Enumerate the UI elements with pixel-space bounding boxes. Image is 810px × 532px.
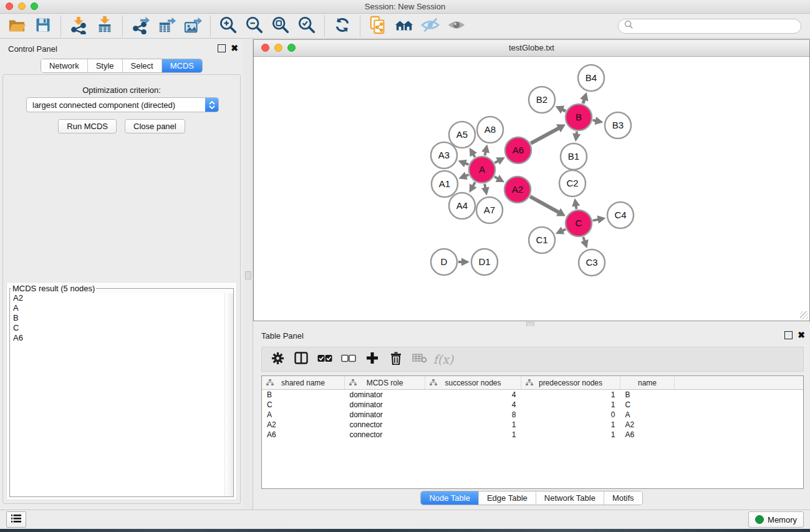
table-row[interactable]: Bdominator41B [262, 390, 803, 400]
new-network-from-selection-button[interactable] [365, 16, 391, 37]
search-input[interactable] [637, 21, 795, 31]
edge-B-B4[interactable] [583, 99, 584, 104]
maximize-window-button[interactable] [31, 2, 38, 10]
network-maximize-button[interactable] [287, 44, 296, 52]
tab-style[interactable]: Style [87, 59, 122, 72]
close-window-button[interactable] [6, 2, 13, 10]
import-table-button[interactable] [92, 16, 118, 37]
function-builder-button[interactable]: f(x) [432, 349, 455, 369]
split-handle[interactable] [245, 271, 251, 279]
table-cell[interactable]: 1 [521, 420, 620, 430]
table-cell[interactable]: 0 [521, 410, 620, 420]
result-scrollbar[interactable] [224, 293, 233, 496]
import-network-button[interactable] [65, 16, 92, 37]
column-header-name[interactable]: name [620, 376, 675, 390]
show-all-button[interactable] [443, 16, 470, 37]
zoom-fit-button[interactable] [268, 16, 294, 37]
save-session-button[interactable] [30, 16, 56, 37]
deselect-all-button[interactable] [337, 349, 360, 369]
delete-columns-button[interactable] [384, 349, 408, 369]
close-panel-icon[interactable]: ✖ [231, 45, 238, 52]
select-all-button[interactable] [313, 349, 337, 369]
table-cell[interactable]: 1 [425, 430, 521, 440]
edge-C-C4[interactable] [593, 220, 599, 221]
add-column-button[interactable] [360, 349, 384, 369]
task-history-button[interactable] [6, 511, 26, 528]
hide-selected-button[interactable] [417, 16, 443, 37]
edge-C-C3[interactable] [583, 237, 584, 241]
table-cell[interactable]: 4 [425, 400, 521, 410]
table-cell[interactable]: connector [345, 430, 425, 440]
zoom-out-button[interactable] [241, 16, 268, 37]
table-row[interactable]: A6connector11A6 [262, 430, 803, 440]
table-cell[interactable]: dominator [345, 410, 425, 420]
table-cell[interactable]: A6 [620, 430, 675, 440]
table-row[interactable]: Cdominator41C [262, 400, 803, 410]
table-cell[interactable]: 8 [425, 410, 521, 420]
float-panel-icon[interactable] [784, 331, 793, 339]
table-cell[interactable]: A6 [262, 430, 345, 440]
resize-grip-icon[interactable] [800, 311, 808, 319]
run-mcds-button[interactable]: Run MCDS [58, 119, 117, 133]
first-neighbors-button[interactable] [391, 16, 417, 37]
table-cell[interactable]: connector [345, 420, 425, 430]
column-visibility-button[interactable] [289, 349, 313, 369]
table-cell[interactable]: 1 [521, 430, 620, 440]
refresh-button[interactable] [329, 16, 355, 37]
search-field[interactable] [618, 19, 801, 34]
tab-network[interactable]: Network [41, 59, 87, 72]
tab-motifs[interactable]: Motifs [604, 491, 642, 505]
result-item[interactable]: A [11, 303, 233, 313]
edge-A-A6[interactable] [494, 161, 498, 163]
criterion-dropdown[interactable]: largest connected component (directed) [26, 97, 219, 112]
table-cell[interactable]: A2 [620, 420, 675, 430]
edge-A-A7[interactable] [485, 184, 485, 188]
open-file-button[interactable] [4, 16, 30, 37]
zoom-selected-button[interactable] [294, 16, 320, 37]
edge-A6-B[interactable] [531, 128, 559, 143]
column-header-MCDS-role[interactable]: MCDS role [345, 376, 425, 390]
network-minimize-button[interactable] [274, 44, 282, 52]
horizontal-split-divider[interactable] [253, 321, 810, 326]
result-item[interactable]: C [11, 323, 233, 333]
close-panel-icon[interactable]: ✖ [798, 332, 805, 339]
table-cell[interactable]: dominator [345, 390, 425, 400]
tab-edge-table[interactable]: Edge Table [478, 491, 536, 505]
table-row[interactable]: A2connector11A2 [262, 420, 803, 430]
tab-node-table[interactable]: Node Table [421, 491, 478, 505]
column-header-successor-nodes[interactable]: successor nodes [425, 376, 521, 390]
table-cell[interactable]: A2 [262, 420, 345, 430]
edge-A-A4[interactable] [473, 182, 475, 186]
table-cell[interactable]: 1 [521, 390, 620, 400]
network-canvas[interactable]: AA1A2A3A4A5A6A7A8BB1B2B3B4CC1C2C3C4DD1 [254, 57, 809, 321]
close-panel-button[interactable]: Close panel [125, 119, 185, 133]
table-cell[interactable]: C [262, 400, 345, 410]
table-cell[interactable]: A [262, 410, 345, 420]
table-cell[interactable]: dominator [345, 400, 425, 410]
table-options-button[interactable] [266, 349, 289, 369]
export-image-button[interactable] [180, 16, 206, 37]
memory-button[interactable]: Memory [748, 511, 804, 528]
network-close-button[interactable] [261, 44, 269, 52]
result-item[interactable]: B [11, 313, 233, 323]
export-table-button[interactable] [153, 16, 180, 37]
vertical-split-divider[interactable] [243, 39, 253, 510]
delete-table-button[interactable] [408, 349, 432, 369]
zoom-in-button[interactable] [215, 16, 241, 37]
float-panel-icon[interactable] [218, 44, 226, 52]
edge-A2-C[interactable] [530, 196, 559, 213]
table-cell[interactable]: 1 [521, 400, 620, 410]
table-cell[interactable]: B [620, 390, 675, 400]
table-cell[interactable]: 4 [425, 390, 521, 400]
column-header-predecessor-nodes[interactable]: predecessor nodes [521, 376, 620, 390]
tab-mcds[interactable]: MCDS [162, 59, 202, 72]
table-cell[interactable]: C [620, 400, 675, 410]
column-header-shared-name[interactable]: shared name [262, 376, 345, 390]
result-item[interactable]: A6 [11, 333, 233, 343]
table-cell[interactable]: A [620, 410, 675, 420]
minimize-window-button[interactable] [18, 2, 26, 10]
result-item[interactable]: A2 [11, 293, 233, 303]
tab-select[interactable]: Select [122, 59, 162, 72]
table-row[interactable]: Adominator80A [262, 410, 803, 420]
table-cell[interactable]: 1 [425, 420, 521, 430]
